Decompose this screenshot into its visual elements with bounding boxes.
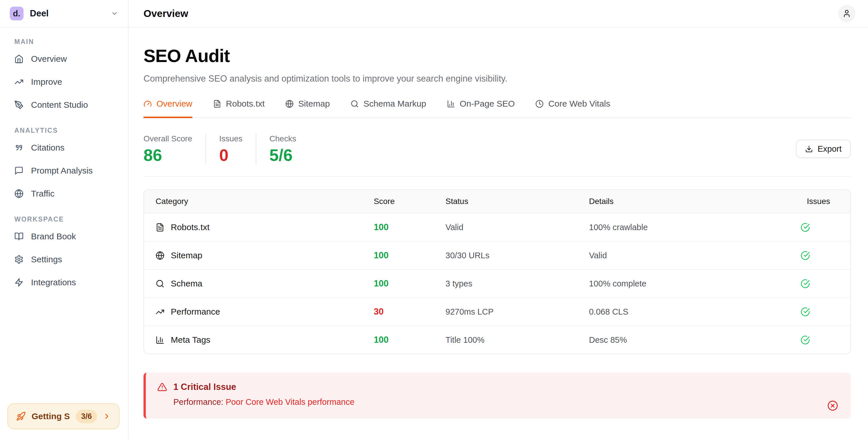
tab-overview[interactable]: Overview [144, 99, 192, 118]
cell-details: Desc 85% [589, 335, 799, 345]
column-header-status: Status [445, 197, 589, 206]
stat-checks: Checks5/6 [270, 134, 296, 164]
tab-label: Schema Markup [363, 99, 426, 109]
cell-issues [799, 223, 839, 232]
sidebar-item-content-studio[interactable]: Content Studio [0, 93, 128, 116]
sidebar-nav: MAINOverviewImproveContent StudioANALYTI… [0, 38, 128, 294]
tab-label: Core Web Vitals [548, 99, 610, 109]
dismiss-alert-button[interactable] [827, 400, 838, 411]
getting-started-label: Getting Sta... [32, 411, 70, 421]
file-text-icon [213, 100, 221, 108]
nav-section-main: MAINOverviewImproveContent Studio [0, 38, 128, 116]
table-row-performance[interactable]: Performance309270ms LCP0.068 CLS [144, 297, 850, 325]
stat-value: 0 [219, 147, 243, 164]
globe-icon [14, 189, 24, 198]
audit-table: CategoryScoreStatusDetailsIssues Robots.… [144, 189, 851, 354]
sidebar-item-label: Settings [31, 255, 62, 264]
alert-title: 1 Critical Issue [174, 382, 236, 392]
cell-status: 30/30 URLs [445, 251, 589, 260]
stat-value: 5/6 [270, 147, 296, 164]
cell-score: 100 [374, 250, 445, 261]
tab-on-page-seo[interactable]: On-Page SEO [447, 99, 515, 118]
table-row-meta-tags[interactable]: Meta Tags100Title 100%Desc 85% [144, 325, 850, 354]
page-subtitle: Comprehensive SEO analysis and optimizat… [144, 74, 851, 84]
trending-up-icon [156, 308, 164, 316]
cell-status: 3 types [445, 279, 589, 289]
export-label: Export [817, 144, 842, 154]
tab-core-web-vitals[interactable]: Core Web Vitals [535, 99, 610, 118]
check-circle-icon [801, 279, 810, 289]
cell-score: 100 [374, 279, 445, 289]
cell-category: Meta Tags [156, 335, 374, 345]
category-label: Robots.txt [171, 223, 210, 232]
tab-label: Robots.txt [226, 99, 265, 109]
divider [144, 176, 851, 177]
book-open-icon [14, 232, 24, 241]
gear-icon [14, 255, 24, 264]
cell-details: 100% complete [589, 279, 799, 289]
tab-label: Sitemap [298, 99, 330, 109]
cell-score: 100 [374, 222, 445, 232]
rocket-icon [16, 411, 26, 421]
cell-issues [799, 307, 839, 317]
stat-overall-score: Overall Score86 [144, 134, 192, 164]
stat-label: Issues [219, 134, 243, 143]
table-row-robots-txt[interactable]: Robots.txt100Valid100% crawlable [144, 213, 850, 241]
export-button[interactable]: Export [796, 140, 851, 158]
workspace-logo: d. [10, 7, 24, 20]
sidebar-item-settings[interactable]: Settings [0, 248, 128, 271]
nav-section-label: WORKSPACE [0, 215, 128, 223]
cell-status: 9270ms LCP [445, 307, 589, 317]
cell-category: Performance [156, 307, 374, 317]
download-icon [805, 145, 813, 153]
tab-bar: OverviewRobots.txtSitemapSchema MarkupOn… [144, 99, 851, 118]
tab-sitemap[interactable]: Sitemap [285, 99, 330, 118]
stat-divider [256, 134, 256, 164]
bar-chart-icon [156, 335, 164, 345]
sidebar-item-prompt-analysis[interactable]: Prompt Analysis [0, 159, 128, 182]
category-label: Schema [171, 279, 203, 289]
check-circle-icon [801, 307, 810, 317]
cell-details: Valid [589, 251, 799, 260]
search-icon [156, 279, 164, 288]
column-header-issues: Issues [799, 197, 839, 206]
globe-icon [156, 251, 164, 260]
stat-divider [206, 134, 206, 164]
workspace-switcher[interactable]: d. Deel [0, 0, 128, 28]
cell-issues [799, 279, 839, 289]
category-label: Sitemap [171, 251, 203, 260]
stat-label: Checks [270, 134, 296, 143]
alert-triangle-icon [157, 382, 167, 392]
cell-score: 100 [374, 335, 445, 345]
table-row-schema[interactable]: Schema1003 types100% complete [144, 269, 850, 297]
column-header-category: Category [156, 197, 374, 206]
sidebar-item-improve[interactable]: Improve [0, 70, 128, 93]
table-header: CategoryScoreStatusDetailsIssues [144, 190, 850, 213]
sidebar-item-label: Content Studio [31, 100, 88, 110]
stat-value: 86 [144, 147, 192, 164]
alert-message: Performance: Poor Core Web Vitals perfor… [174, 397, 816, 407]
sidebar: d. Deel MAINOverviewImproveContent Studi… [0, 0, 129, 439]
sidebar-item-traffic[interactable]: Traffic [0, 182, 128, 205]
sidebar-item-label: Improve [31, 77, 62, 87]
sidebar-item-brand-book[interactable]: Brand Book [0, 225, 128, 248]
sidebar-item-label: Overview [31, 54, 67, 64]
critical-issue-banner: 1 Critical Issue Performance: Poor Core … [144, 373, 851, 419]
user-menu-button[interactable] [838, 5, 856, 22]
sidebar-item-overview[interactable]: Overview [0, 48, 128, 70]
stat-label: Overall Score [144, 134, 192, 143]
tab-schema-markup[interactable]: Schema Markup [350, 99, 426, 118]
globe-icon [285, 100, 293, 108]
sidebar-item-integrations[interactable]: Integrations [0, 271, 128, 294]
cell-category: Sitemap [156, 251, 374, 260]
table-row-sitemap[interactable]: Sitemap10030/30 URLsValid [144, 241, 850, 269]
search-icon [350, 100, 359, 108]
getting-started-button[interactable]: Getting Sta... 3/6 [7, 403, 119, 429]
cell-issues [799, 251, 839, 260]
cell-status: Title 100% [445, 335, 589, 345]
sidebar-item-citations[interactable]: Citations [0, 136, 128, 159]
column-header-score: Score [374, 197, 445, 206]
chevron-down-icon [111, 10, 118, 17]
tab-robots-txt[interactable]: Robots.txt [213, 99, 265, 118]
stat-issues: Issues0 [219, 134, 243, 164]
